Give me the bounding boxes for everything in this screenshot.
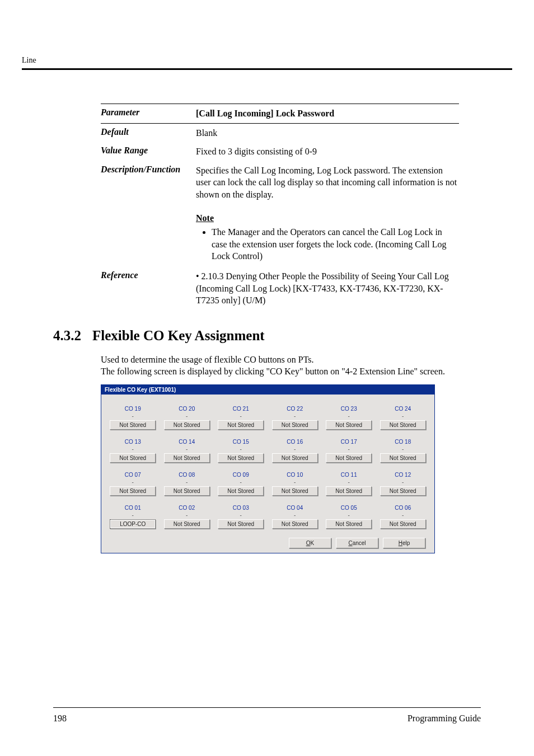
co-dash: - — [108, 512, 158, 518]
value-default: Blank — [196, 127, 459, 139]
co-key-button[interactable]: Not Stored — [218, 519, 264, 529]
help-button[interactable]: Help — [383, 538, 425, 548]
ok-button[interactable]: OK — [289, 538, 331, 548]
co-key-button[interactable]: Not Stored — [218, 486, 264, 496]
co-key-button[interactable]: Not Stored — [326, 519, 372, 529]
co-key-button[interactable]: Not Stored — [272, 453, 318, 463]
co-label: CO 09 — [216, 472, 266, 478]
section-title: Flexible CO Key Assignment — [92, 328, 265, 344]
co-cell: CO 09-Not Stored — [216, 472, 266, 501]
co-cell: CO 02-Not Stored — [162, 505, 212, 534]
help-accesskey: H — [399, 540, 402, 546]
page-number: 198 — [53, 713, 67, 724]
co-key-button[interactable]: Not Stored — [110, 453, 156, 463]
co-key-button[interactable]: Not Stored — [380, 453, 426, 463]
co-dash: - — [270, 413, 320, 419]
co-key-button[interactable]: Not Stored — [272, 486, 318, 496]
co-key-button[interactable]: Not Stored — [272, 519, 318, 529]
co-dash: - — [162, 413, 212, 419]
co-key-button[interactable]: Not Stored — [164, 486, 210, 496]
co-dash: - — [162, 446, 212, 452]
co-dash: - — [378, 512, 428, 518]
co-label: CO 11 — [324, 472, 374, 478]
intro-line1: Used to determine the usage of flexible … — [101, 355, 314, 364]
page-footer: 198 Programming Guide — [53, 707, 481, 724]
ok-accesskey: O — [306, 540, 311, 546]
co-cell: CO 14-Not Stored — [162, 439, 212, 468]
section-number: 4.3.2 — [53, 328, 92, 344]
co-label: CO 18 — [378, 439, 428, 445]
co-dash: - — [324, 479, 374, 485]
cancel-accesskey: C — [348, 540, 352, 546]
co-dash: - — [378, 446, 428, 452]
co-label: CO 16 — [270, 439, 320, 445]
co-label: CO 24 — [378, 406, 428, 412]
co-key-button[interactable]: Not Stored — [380, 519, 426, 529]
label-value-range: Value Range — [101, 145, 196, 158]
value-reference: • 2.10.3 Denying Other People the Possib… — [196, 270, 459, 307]
co-key-button[interactable]: Not Stored — [218, 453, 264, 463]
cancel-rest: ancel — [353, 540, 366, 546]
label-default: Default — [101, 127, 196, 139]
co-cell: CO 11-Not Stored — [324, 472, 374, 501]
co-key-button[interactable]: Not Stored — [326, 420, 372, 430]
doc-title: Programming Guide — [407, 713, 481, 724]
co-key-button[interactable]: Not Stored — [380, 486, 426, 496]
co-label: CO 04 — [270, 505, 320, 511]
co-key-button[interactable]: Not Stored — [110, 420, 156, 430]
app-body: CO 19-Not StoredCO 20-Not StoredCO 21-No… — [101, 395, 434, 553]
co-cell: CO 18-Not Stored — [378, 439, 428, 468]
co-label: CO 19 — [108, 406, 158, 412]
co-label: CO 17 — [324, 439, 374, 445]
co-key-button[interactable]: Not Stored — [272, 420, 318, 430]
app-titlebar: Flexible CO Key (EXT1001) — [101, 385, 434, 395]
co-label: CO 21 — [216, 406, 266, 412]
co-dash: - — [162, 512, 212, 518]
co-dash: - — [216, 446, 266, 452]
co-key-button[interactable]: Not Stored — [164, 453, 210, 463]
co-cell: CO 13-Not Stored — [108, 439, 158, 468]
co-dash: - — [324, 413, 374, 419]
co-key-button-selected[interactable]: LOOP-CO — [110, 519, 156, 529]
co-dash: - — [378, 479, 428, 485]
co-dash: - — [216, 512, 266, 518]
co-cell: CO 19-Not Stored — [108, 406, 158, 435]
co-key-button[interactable]: Not Stored — [164, 519, 210, 529]
co-label: CO 07 — [108, 472, 158, 478]
ok-rest: K — [311, 540, 315, 546]
cancel-button[interactable]: Cancel — [336, 538, 378, 548]
co-key-button[interactable]: Not Stored — [380, 420, 426, 430]
co-cell: CO 23-Not Stored — [324, 406, 374, 435]
running-header: Line — [22, 56, 481, 65]
co-cell: CO 10-Not Stored — [270, 472, 320, 501]
co-label: CO 12 — [378, 472, 428, 478]
co-key-button[interactable]: Not Stored — [218, 420, 264, 430]
label-reference: Reference — [101, 270, 196, 307]
co-cell: CO 22-Not Stored — [270, 406, 320, 435]
parameter-table: Parameter [Call Log Incoming] Lock Passw… — [101, 104, 459, 310]
co-dash: - — [324, 512, 374, 518]
co-key-button[interactable]: Not Stored — [110, 486, 156, 496]
co-dash: - — [270, 479, 320, 485]
co-key-button[interactable]: Not Stored — [164, 420, 210, 430]
note-item: The Manager and the Operators can cancel… — [212, 226, 459, 262]
parameter-title: [Call Log Incoming] Lock Password — [196, 107, 459, 120]
co-label: CO 06 — [378, 505, 428, 511]
label-parameter: Parameter — [101, 107, 196, 120]
co-dash: - — [270, 512, 320, 518]
co-label: CO 01 — [108, 505, 158, 511]
co-key-button[interactable]: Not Stored — [326, 453, 372, 463]
help-rest: elp — [402, 540, 410, 546]
co-key-button[interactable]: Not Stored — [326, 486, 372, 496]
co-dash: - — [108, 413, 158, 419]
co-label: CO 22 — [270, 406, 320, 412]
co-dash: - — [216, 479, 266, 485]
co-label: CO 13 — [108, 439, 158, 445]
co-dash: - — [378, 413, 428, 419]
co-cell: CO 07-Not Stored — [108, 472, 158, 501]
co-dash: - — [108, 446, 158, 452]
co-dash: - — [270, 446, 320, 452]
co-cell: CO 21-Not Stored — [216, 406, 266, 435]
section-intro: Used to determine the usage of flexible … — [101, 354, 481, 378]
co-cell: CO 05-Not Stored — [324, 505, 374, 534]
